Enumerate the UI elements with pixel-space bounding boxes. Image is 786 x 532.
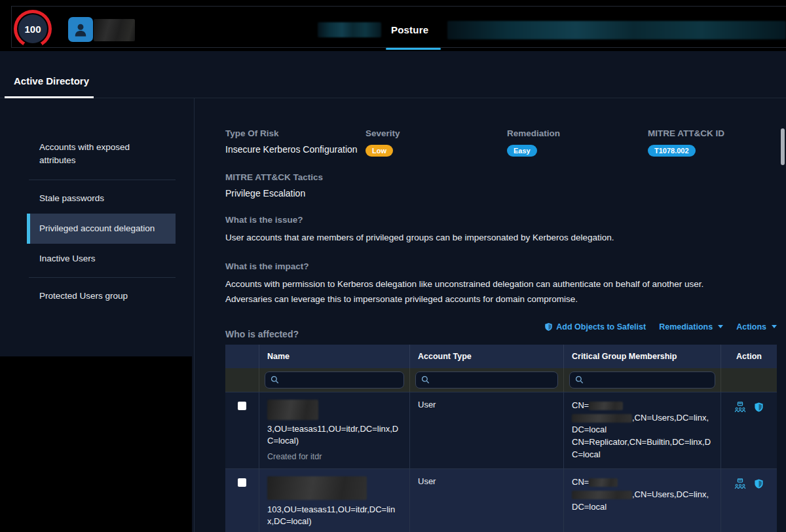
- name-filter[interactable]: [265, 371, 404, 389]
- header-critical-group-membership[interactable]: Critical Group Membership: [564, 345, 721, 368]
- table-action-links: Add Objects to Safelist Remediations Act…: [544, 322, 777, 332]
- impact-text-line2: Adversaries can leverage this to imperso…: [225, 292, 756, 307]
- redacted-account-name: [267, 400, 318, 420]
- row-name-cell: 103,OU=teasas11,OU=itdr,DC=linx,DC=local…: [259, 468, 410, 532]
- filter-action-cell: [721, 368, 777, 392]
- posture-active-underline: [386, 48, 441, 50]
- safelist-shield-icon[interactable]: [754, 478, 764, 489]
- account-description: Created for itdr: [267, 452, 402, 461]
- tab-active-directory[interactable]: Active Directory: [14, 75, 89, 86]
- row-account-type-cell: User: [410, 392, 564, 468]
- severity-label: Severity: [365, 128, 507, 138]
- sidebar-item-privileged-account-delegation[interactable]: Privileged account delegation: [27, 214, 176, 244]
- redacted-nav-item-left[interactable]: [318, 22, 381, 37]
- row-checkbox[interactable]: [238, 402, 246, 410]
- cgm-entry: ,CN=Users,DC=linx,DC=local: [572, 489, 713, 514]
- safelist-shield-icon[interactable]: [754, 402, 764, 413]
- exposure-hierarchy-icon[interactable]: [734, 478, 746, 489]
- row-cgm-cell: CN= ,CN=Users,DC=linx,DC=local CN=Replic…: [564, 392, 721, 468]
- safelist-label: Add Objects to Safelist: [556, 322, 646, 332]
- sidebar-item-protected-users-group[interactable]: Protected Users group: [29, 281, 176, 311]
- cgm-filter-input[interactable]: [588, 375, 709, 385]
- user-avatar[interactable]: [68, 17, 93, 42]
- shield-icon: [544, 322, 553, 332]
- remediation-block: Remediation Easy: [507, 128, 648, 157]
- account-type-value: User: [418, 400, 436, 409]
- issue-section: What is the issue? User accounts that ar…: [225, 215, 786, 245]
- impact-heading: What is the impact?: [225, 261, 786, 271]
- redacted-cgm-value: [589, 402, 623, 410]
- issue-text: User accounts that are members of privil…: [225, 231, 756, 245]
- exposure-hierarchy-icon[interactable]: [734, 402, 746, 413]
- redacted-cgm-value: [572, 414, 632, 423]
- account-type-value: User: [418, 476, 436, 486]
- name-filter-input[interactable]: [283, 375, 398, 385]
- redacted-nav-items-right[interactable]: [447, 21, 786, 39]
- account-type-filter[interactable]: [415, 371, 558, 389]
- row-select-cell: [225, 392, 259, 468]
- account-dn: 103,OU=teasas11,OU=itdr,DC=linx,DC=local…: [267, 504, 402, 527]
- search-icon: [271, 375, 279, 384]
- type-of-risk-block: Type Of Risk Insecure Kerberos Configura…: [225, 128, 365, 157]
- security-score-gauge[interactable]: 100: [14, 10, 52, 48]
- type-of-risk-label: Type Of Risk: [225, 128, 365, 138]
- impact-text-line1: Accounts with permission to Kerberos del…: [225, 277, 756, 292]
- sidebar-divider: [29, 180, 176, 180]
- affected-heading: Who is affected?: [225, 329, 299, 339]
- row-account-type-cell: User: [410, 468, 564, 532]
- mitre-id-label: MITRE ATT&CK ID: [648, 128, 777, 138]
- sidebar-item-stale-passwords[interactable]: Stale passwords: [29, 183, 176, 214]
- account-type-filter-input[interactable]: [434, 375, 552, 385]
- sidebar-divider: [29, 277, 176, 278]
- row-select-cell: [225, 468, 259, 532]
- header-select-column: [225, 345, 259, 368]
- severity-badge: Low: [365, 145, 393, 157]
- header-account-type[interactable]: Account Type: [410, 345, 564, 368]
- redacted-cgm-value: [572, 491, 632, 499]
- cgm-entry: CN=: [572, 476, 713, 489]
- affected-objects-table: Name Account Type Critical Group Members…: [225, 345, 777, 532]
- header-name[interactable]: Name: [259, 345, 410, 368]
- sidebar-item-accounts-exposed-attributes[interactable]: Accounts with exposed attributes: [29, 132, 176, 176]
- cgm-entry: CN=: [572, 400, 713, 412]
- row-action-cell: [721, 468, 777, 532]
- severity-block: Severity Low: [365, 128, 507, 157]
- impact-section: What is the impact? Accounts with permis…: [225, 261, 786, 307]
- mitre-tactics-label: MITRE ATT&CK Tactics: [225, 172, 786, 182]
- row-action-cell: [721, 392, 777, 468]
- mitre-tactics-block: MITRE ATT&CK Tactics Privilege Escalatio…: [225, 172, 786, 199]
- remediation-badge: Easy: [507, 145, 537, 157]
- remediation-label: Remediation: [507, 128, 648, 138]
- nav-tab-posture[interactable]: Posture: [391, 24, 428, 35]
- redacted-account-name: [267, 476, 367, 500]
- row-name-cell: 3,OU=teasas11,OU=itdr,DC=linx,DC=local) …: [259, 392, 410, 468]
- add-objects-to-safelist-button[interactable]: Add Objects to Safelist: [544, 322, 646, 332]
- cgm-prefix: CN=: [572, 477, 589, 487]
- type-of-risk-value: Insecure Kerberos Configuration: [225, 144, 365, 155]
- actions-dropdown[interactable]: Actions: [736, 322, 777, 332]
- search-icon: [575, 375, 584, 384]
- redacted-username: [94, 19, 135, 41]
- row-checkbox[interactable]: [238, 478, 246, 487]
- sidebar-item-inactive-users[interactable]: Inactive Users: [29, 244, 176, 274]
- vertical-scrollbar-thumb[interactable]: [781, 128, 785, 165]
- issue-heading: What is the issue?: [225, 215, 786, 225]
- chevron-down-icon: [772, 325, 777, 328]
- top-bar: 100 Posture: [0, 0, 786, 51]
- remediations-dropdown[interactable]: Remediations: [659, 322, 723, 332]
- filter-select-column: [225, 368, 259, 392]
- risk-summary-grid: Type Of Risk Insecure Kerberos Configura…: [225, 128, 777, 157]
- redacted-cgm-value: [589, 478, 618, 487]
- actions-label: Actions: [736, 322, 766, 332]
- remediations-label: Remediations: [659, 322, 713, 332]
- cgm-filter[interactable]: [569, 371, 715, 389]
- search-icon: [421, 375, 430, 384]
- filter-account-type-cell: [410, 368, 564, 392]
- cgm-entry: ,CN=Users,DC=linx,DC=local: [572, 412, 713, 437]
- header-action: Action: [721, 345, 777, 368]
- risk-sidebar: Accounts with exposed attributes Stale p…: [0, 98, 194, 532]
- cgm-entry: CN=Replicator,CN=Builtin,DC=linx,DC=loca…: [572, 436, 713, 461]
- mitre-id-block: MITRE ATT&CK ID T1078.002: [648, 128, 777, 157]
- user-icon: [72, 21, 89, 38]
- mitre-id-badge[interactable]: T1078.002: [648, 145, 696, 157]
